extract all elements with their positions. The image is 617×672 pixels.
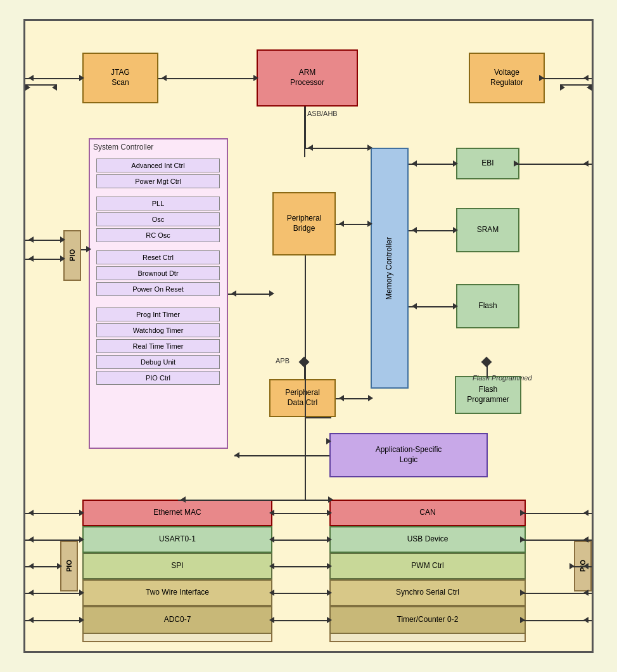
ethernet-block: Ethernet MAC xyxy=(82,500,272,526)
apb-diamond xyxy=(299,357,310,368)
two-wire-block: Two Wire Interface xyxy=(82,579,272,606)
flash-block: Flash xyxy=(456,284,519,328)
arrowhead xyxy=(583,510,588,516)
arrowhead xyxy=(29,255,34,262)
reset-ctrl-block: Reset Ctrl xyxy=(96,250,220,264)
debug-unit-block: Debug Unit xyxy=(96,355,220,369)
outer-right-ebi xyxy=(516,164,592,165)
arrowhead xyxy=(453,303,458,309)
outer-right-synchro xyxy=(522,593,592,594)
arrowhead xyxy=(269,563,274,569)
peripheral-data-ctrl-block: PeripheralData Ctrl xyxy=(269,379,336,417)
arm-label: ARMProcessor xyxy=(290,68,324,87)
arrowhead xyxy=(52,84,57,91)
arrowhead xyxy=(79,590,84,596)
outer-left-usart xyxy=(25,540,82,541)
sram-block: SRAM xyxy=(456,208,519,252)
arrowhead xyxy=(234,452,239,458)
asl-left-arrow xyxy=(234,455,329,456)
pdc-asl-horiz xyxy=(305,417,331,418)
arrowhead xyxy=(569,563,575,569)
jtag-label: JTAGScan xyxy=(111,68,130,87)
spi-label: SPI xyxy=(171,561,183,571)
arrowhead xyxy=(453,160,458,167)
arrowhead xyxy=(60,236,65,243)
watchdog-block: Watchdog Timer xyxy=(96,323,220,337)
arrowhead xyxy=(514,160,519,167)
arrowhead xyxy=(29,236,34,243)
synchro-block: Synchro Serial Ctrl xyxy=(329,579,526,606)
usb-block: USB Device xyxy=(329,526,526,553)
bus-pwm-right xyxy=(305,566,330,567)
peripheral-bridge-label: PeripheralBridge xyxy=(287,214,322,233)
jtag-arm-arrow xyxy=(158,78,257,79)
arrowhead xyxy=(269,290,274,297)
arrowhead xyxy=(583,160,588,167)
outer-left-jtag xyxy=(25,78,82,79)
usart-label: USART0-1 xyxy=(159,534,196,545)
arrowhead xyxy=(560,84,565,91)
arrowhead xyxy=(328,496,333,503)
ebi-block: EBI xyxy=(456,148,519,179)
bus-synchro-right xyxy=(305,593,330,594)
arrowhead xyxy=(339,221,344,227)
arrowhead xyxy=(412,160,417,167)
timer-block: Timer/Counter 0-2 xyxy=(329,606,526,634)
arrowhead xyxy=(453,227,458,233)
bus-to-mc xyxy=(305,148,371,149)
pio-left-top: PIO xyxy=(63,230,81,281)
arrowhead xyxy=(327,563,332,569)
can-block: CAN xyxy=(329,500,526,526)
memory-controller-block: Memory Controller xyxy=(371,148,409,389)
arrowhead xyxy=(57,563,62,569)
pwm-label: PWM Ctrl xyxy=(411,561,443,571)
ethernet-label: Ethernet MAC xyxy=(153,508,201,518)
prog-int-block: Prog Int Timer xyxy=(96,307,220,321)
adc-block: ADC0-7 xyxy=(82,606,272,634)
memory-controller-label: Memory Controller xyxy=(385,237,395,300)
arrowhead xyxy=(29,563,34,569)
arrowhead xyxy=(368,395,373,401)
bus-right-periph xyxy=(305,500,331,501)
arrowhead xyxy=(539,75,544,81)
arrowhead xyxy=(520,510,525,516)
flash-label: Flash xyxy=(478,301,497,311)
outer-right-usb xyxy=(522,540,592,541)
synchro-label: Synchro Serial Ctrl xyxy=(396,588,459,598)
arrowhead xyxy=(79,536,84,543)
arrowhead xyxy=(269,590,274,596)
can-label: CAN xyxy=(419,508,435,518)
jtag-block: JTAGScan xyxy=(82,53,158,103)
arrowhead xyxy=(412,227,417,233)
arrowhead xyxy=(25,84,30,91)
osc-block: Osc xyxy=(96,212,220,226)
arrowhead xyxy=(162,75,167,81)
outer-left-adc xyxy=(25,620,82,621)
arrowhead xyxy=(326,438,331,444)
arrowhead xyxy=(269,510,274,516)
arrowhead xyxy=(367,221,372,227)
outer-left-eth xyxy=(25,513,82,514)
arrowhead xyxy=(520,590,525,596)
arrowhead xyxy=(583,617,588,623)
arrowhead xyxy=(327,590,332,596)
asb-ahb-label: ASB/AHB xyxy=(307,110,338,117)
arrowhead xyxy=(339,395,344,401)
voltage-label: VoltageRegulator xyxy=(490,68,523,87)
apb-label: APB xyxy=(276,357,289,365)
sys-ctrl-outer: System Controller Advanced Int Ctrl Powe… xyxy=(89,138,228,449)
arrowhead xyxy=(327,617,332,623)
arrowhead xyxy=(327,536,332,543)
usart-block: USART0-1 xyxy=(82,526,272,553)
pio-left-bottom: PIO xyxy=(60,541,78,591)
arrowhead xyxy=(86,246,91,252)
spi-block: SPI xyxy=(82,553,272,579)
bus-left-periph xyxy=(178,500,305,501)
voltage-block: VoltageRegulator xyxy=(469,53,545,103)
arrowhead xyxy=(583,75,588,81)
arrowhead xyxy=(79,510,84,516)
sram-label: SRAM xyxy=(477,225,499,235)
arm-block: ARMProcessor xyxy=(257,49,358,107)
arrowhead xyxy=(583,563,588,569)
main-bus-vert xyxy=(305,255,306,500)
